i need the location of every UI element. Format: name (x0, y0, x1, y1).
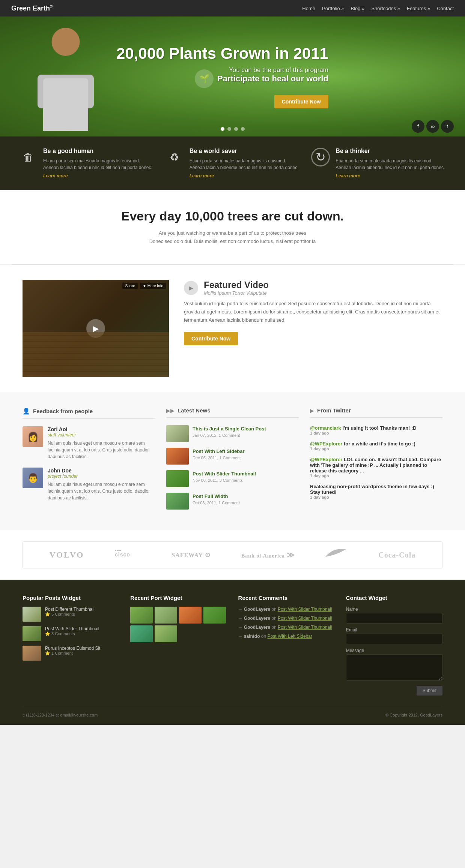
news-date-3: Nov 06, 2011, 3 Comments (193, 478, 256, 483)
rss-icon: ▶▶ (166, 408, 175, 414)
feature-desc-2: Etiam porta sem malesuada magnis lis eui… (190, 157, 300, 171)
news-item-2: Post With Left Sidebar Dec 06, 2011, 1 C… (166, 448, 299, 465)
footer-bottom: t: (11)8-123-1234 e: email@yoursite.com … (23, 707, 442, 717)
feedback-role-2: project founder (48, 474, 155, 479)
twitter-icon[interactable]: t (441, 120, 454, 133)
email-input[interactable] (346, 634, 442, 644)
nav-contact[interactable]: Contact (437, 6, 454, 11)
svg-rect-3 (119, 550, 121, 551)
popular-posts-title: Popular Posts Widget (23, 595, 119, 601)
feedback-header: 👤 Feedback from people (23, 407, 155, 419)
footer-post-title-1: Post Different Thumbnail (45, 607, 95, 612)
hero-dot-2[interactable] (227, 127, 231, 131)
tweet-time-2: 1 day ago (310, 447, 442, 451)
share-button[interactable]: Share (122, 283, 138, 289)
partner-cocacola: Coca-Cola (378, 551, 415, 559)
feedback-name-2: John Doe (48, 468, 155, 474)
news-date-4: Oct 03, 2011, 1 Comment (193, 501, 240, 505)
name-input[interactable] (346, 613, 442, 624)
feature-item-2: ♻ Be a world saver Etiam porta sem males… (165, 148, 300, 179)
feature-learn-more-1[interactable]: Learn more (43, 173, 68, 178)
nav-features[interactable]: Features » (407, 6, 430, 11)
feature-title-2: Be a world saver (190, 148, 300, 154)
infinity-icon[interactable]: ∞ (426, 120, 439, 133)
footer-contact-info: t: (11)8-123-1234 e: email@yoursite.com (23, 713, 98, 717)
port-thumb-6[interactable] (155, 625, 177, 642)
feature-learn-more-3[interactable]: Learn more (336, 173, 360, 178)
footer-comment-link-2[interactable]: Post With Slider Thumbnail (278, 616, 332, 621)
email-label: Email (346, 627, 442, 633)
partner-cisco: cisco (115, 550, 141, 561)
news-link-2[interactable]: Post With Left Sidebar (193, 448, 245, 454)
video-player[interactable]: Share ▼ More Info ▶ (23, 280, 169, 377)
video-contribute-button[interactable]: Contribute Now (184, 332, 238, 345)
port-thumb-4[interactable] (203, 607, 226, 624)
hero-social-icons: f ∞ t (412, 120, 454, 133)
feedback-item-2: 👨 John Doe project founder Nullam quis r… (23, 468, 155, 501)
feedback-role-1: staff volunteer (48, 432, 155, 438)
footer-post-title-2: Post With Slider Thumbnail (45, 626, 99, 631)
news-item-3: Post With Slider Thumbnail Nov 06, 2011,… (166, 470, 299, 487)
footer-post-meta-2: ⭐ 3 Comments (45, 631, 99, 636)
navigation: Green Earth© Home Portfolio » Blog » Sho… (0, 0, 465, 16)
feedback-item-1: 👩 Zori Aoi staff volunteer Nullam quis r… (23, 426, 155, 460)
feature-title-3: Be a thinker (336, 148, 446, 154)
footer-comment-3: → GoodLayers on Post With Slider Thumbna… (238, 625, 335, 630)
news-date-1: Jan 07, 2012, 1 Comment (193, 433, 266, 438)
port-thumb-1[interactable] (130, 607, 153, 624)
news-link-1[interactable]: This is Just a Single Clean Post (193, 426, 266, 432)
nav-blog[interactable]: Blog » (351, 6, 365, 11)
video-play-circle-icon: ▶ (184, 281, 198, 295)
recycle-icon: ♻ (165, 148, 184, 166)
footer-copyright: © Copyright 2012, GoodLayers (385, 713, 442, 717)
video-wall-texture (23, 332, 169, 377)
port-thumb-5[interactable] (130, 625, 153, 642)
video-section: Share ▼ More Info ▶ ▶ Featured Video Mol… (0, 265, 465, 392)
feature-item-1: 🗑 Be a good human Etiam porta sem malesu… (19, 148, 154, 179)
footer-comment-link-3[interactable]: Post With Slider Thumbnail (278, 625, 332, 630)
message-input[interactable] (346, 654, 442, 681)
nav-home[interactable]: Home (302, 6, 315, 11)
footer-popular-posts: Popular Posts Widget Post Different Thum… (23, 595, 119, 696)
name-label: Name (346, 607, 442, 612)
facebook-icon[interactable]: f (412, 120, 424, 133)
tweet-time-3: 1 day ago (310, 474, 442, 478)
latest-news-title: Latest News (178, 407, 211, 414)
feature-text-2: Be a world saver Etiam porta sem malesua… (190, 148, 300, 179)
feature-learn-more-2[interactable]: Learn more (190, 173, 214, 178)
nav-shortcodes[interactable]: Shortcodes » (371, 6, 400, 11)
port-thumb-2[interactable] (155, 607, 177, 624)
footer-thumb-1 (23, 607, 41, 622)
footer-comment-link-1[interactable]: Post With Slider Thumbnail (278, 607, 332, 612)
footer-post-title-3: Purus Inceptos Euismod Sit (45, 646, 100, 651)
hero-contribute-button[interactable]: Contribute Now (274, 95, 328, 108)
video-controls: Share ▼ More Info (122, 283, 166, 289)
person-body (43, 78, 88, 131)
more-info-button[interactable]: ▼ More Info (140, 283, 166, 289)
footer-comment-link-4[interactable]: Post With Left Sidebar (268, 634, 312, 639)
latest-news-col: ▶▶ Latest News This is Just a Single Cle… (166, 407, 299, 515)
footer-post-3: Purus Inceptos Euismod Sit ⭐ 1 Comment (23, 646, 119, 661)
trees-sub2: Donec sed odio dui. Duis mollis, est non… (11, 237, 454, 246)
submit-button[interactable]: Submit (417, 686, 442, 696)
news-thumb-1 (166, 425, 189, 442)
footer-thumb-3 (23, 646, 41, 661)
message-label: Message (346, 648, 442, 653)
feedback-title: Feedback from people (33, 408, 93, 414)
news-link-3[interactable]: Post With Slider Thumbnail (193, 471, 256, 477)
footer-post-meta-3: ⭐ 1 Comment (45, 651, 100, 656)
port-thumb-3[interactable] (179, 607, 202, 624)
tweet-time-4: 1 day ago (310, 495, 442, 499)
partner-volvo: VOLVO (50, 550, 84, 560)
svg-text:cisco: cisco (115, 552, 130, 558)
hero-dot-4[interactable] (241, 127, 245, 131)
nav-portfolio[interactable]: Portfolio » (322, 6, 344, 11)
tweet-3: @WPExplorer LOL come on. It wasn't that … (310, 457, 442, 478)
trees-section: Every day 10,000 trees are cut down. Are… (0, 190, 465, 264)
hero-dot-3[interactable] (234, 127, 238, 131)
footer-recent-port: Recent Port Widget (130, 595, 227, 696)
news-link-4[interactable]: Post Full Width (193, 493, 228, 499)
hero-dot-1[interactable] (221, 127, 224, 131)
nav-links: Home Portfolio » Blog » Shortcodes » Fea… (302, 6, 454, 11)
footer-post-meta-1: ⭐ 5 Comments (45, 612, 95, 617)
